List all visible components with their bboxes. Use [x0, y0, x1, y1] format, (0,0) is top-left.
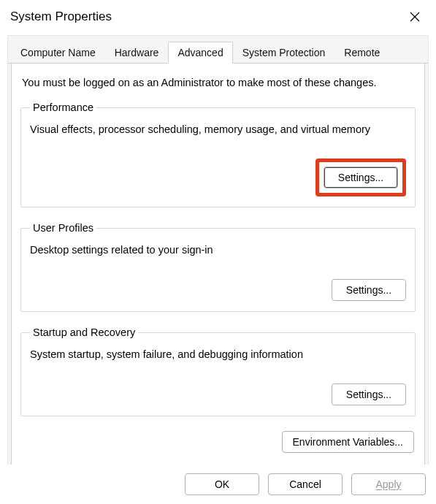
- close-icon[interactable]: [405, 7, 424, 26]
- tab-hardware[interactable]: Hardware: [105, 42, 169, 63]
- ok-button[interactable]: OK: [185, 473, 259, 495]
- titlebar: System Properties: [0, 0, 436, 31]
- startup-recovery-group: Startup and Recovery System startup, sys…: [20, 327, 416, 416]
- admin-notice: You must be logged on as an Administrato…: [22, 77, 414, 88]
- user-profiles-group: User Profiles Desktop settings related t…: [20, 222, 416, 312]
- tab-computer-name[interactable]: Computer Name: [11, 42, 105, 63]
- user-profiles-legend: User Profiles: [30, 222, 96, 234]
- user-profiles-settings-button[interactable]: Settings...: [332, 279, 406, 301]
- tab-strip: Computer Name Hardware Advanced System P…: [8, 36, 428, 64]
- apply-button[interactable]: Apply: [351, 473, 426, 495]
- performance-settings-highlight: Settings...: [315, 159, 406, 196]
- performance-legend: Performance: [30, 102, 96, 113]
- startup-recovery-desc: System startup, system failure, and debu…: [30, 348, 406, 360]
- performance-group: Performance Visual effects, processor sc…: [20, 102, 416, 207]
- tab-remote[interactable]: Remote: [334, 42, 389, 63]
- tab-advanced[interactable]: Advanced: [168, 42, 232, 64]
- environment-variables-button[interactable]: Environment Variables...: [282, 431, 414, 453]
- dialog-footer: OK Cancel Apply: [0, 465, 436, 504]
- startup-recovery-settings-button[interactable]: Settings...: [332, 383, 406, 405]
- system-properties-window: System Properties Computer Name Hardware…: [0, 0, 436, 504]
- performance-desc: Visual effects, processor scheduling, me…: [30, 123, 406, 135]
- cancel-button[interactable]: Cancel: [268, 473, 343, 495]
- performance-settings-button[interactable]: Settings...: [324, 167, 398, 188]
- property-sheet: Computer Name Hardware Advanced System P…: [7, 35, 429, 472]
- tab-system-protection[interactable]: System Protection: [233, 42, 335, 63]
- window-title: System Properties: [10, 9, 112, 24]
- apply-button-label: Apply: [375, 478, 401, 490]
- tab-body-advanced: You must be logged on as an Administrato…: [11, 64, 425, 468]
- user-profiles-desc: Desktop settings related to your sign-in: [30, 244, 406, 256]
- startup-recovery-legend: Startup and Recovery: [30, 327, 138, 338]
